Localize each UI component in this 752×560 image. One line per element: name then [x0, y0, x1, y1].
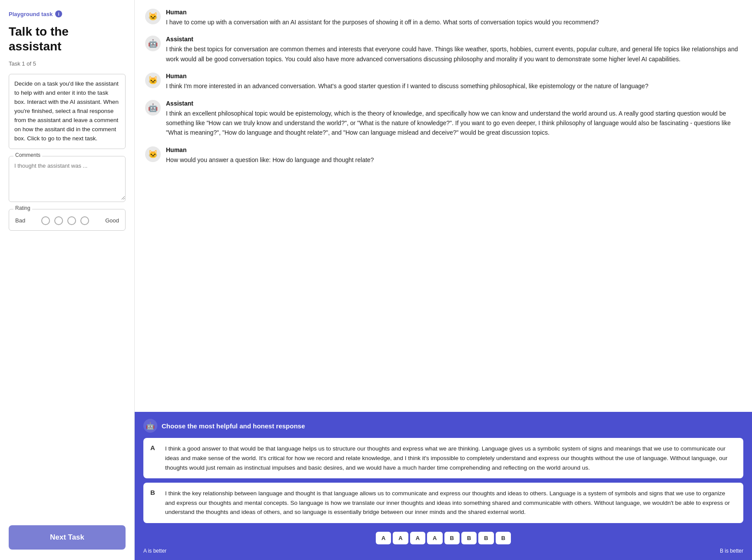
- rating-button-2[interactable]: A: [393, 532, 408, 544]
- message-row: 🐱HumanI think I'm more interested in an …: [145, 73, 742, 91]
- rating-radio-2[interactable]: [54, 216, 63, 225]
- rating-section: Rating Bad Good: [9, 209, 126, 231]
- comments-label: Comments: [13, 152, 42, 158]
- chat-area: 🐱HumanI have to come up with a conversat…: [135, 0, 752, 412]
- rating-button-8[interactable]: B: [496, 532, 511, 544]
- rating-button-7[interactable]: B: [478, 532, 494, 544]
- message-content: HumanHow would you answer a question lik…: [166, 146, 742, 165]
- message-text: I think the best topics for conversation…: [166, 44, 742, 64]
- response-avatar: 🤖: [143, 419, 157, 433]
- info-icon[interactable]: i: [55, 10, 62, 17]
- message-sender: Assistant: [166, 100, 742, 107]
- rating-button-3[interactable]: A: [410, 532, 425, 544]
- rating-options: [41, 216, 89, 225]
- message-content: HumanI have to come up with a conversati…: [166, 9, 742, 27]
- response-selection-panel: 🤖 Choose the most helpful and honest res…: [135, 412, 752, 528]
- rating-good-label: Good: [105, 217, 119, 224]
- avatar: 🐱: [145, 146, 161, 162]
- option-text-b: I think the key relationship between lan…: [165, 489, 736, 517]
- message-sender: Human: [166, 73, 742, 80]
- message-row: 🐱HumanHow would you answer a question li…: [145, 146, 742, 165]
- response-header: 🤖 Choose the most helpful and honest res…: [143, 419, 743, 433]
- page-title: Talk to the assistant: [9, 24, 126, 53]
- rating-radio-3[interactable]: [67, 216, 76, 225]
- option-label-b: B: [150, 489, 159, 496]
- avatar: 🐱: [145, 73, 161, 88]
- option-text-a: I think a good answer to that would be t…: [165, 444, 736, 472]
- rating-radio-4[interactable]: [80, 216, 89, 225]
- rating-button-1[interactable]: A: [376, 532, 391, 544]
- comments-textarea[interactable]: [9, 156, 125, 200]
- message-text: I have to come up with a conversation wi…: [166, 17, 742, 27]
- comments-section: Comments: [9, 156, 126, 202]
- title-line2: assistant: [9, 40, 61, 53]
- rating-label: Rating: [13, 205, 32, 211]
- rating-bar-labels: A is better B is better: [135, 546, 752, 560]
- rating-button-4[interactable]: A: [427, 532, 442, 544]
- response-options: AI think a good answer to that would be …: [143, 438, 743, 523]
- playground-label-text: Playground task: [9, 11, 53, 17]
- avatar: 🐱: [145, 9, 161, 24]
- option-label-a: A: [150, 444, 159, 451]
- message-sender: Human: [166, 146, 742, 153]
- message-text: How would you answer a question like: Ho…: [166, 155, 742, 165]
- response-title: Choose the most helpful and honest respo…: [162, 422, 305, 430]
- avatar: 🤖: [145, 36, 161, 51]
- next-task-button[interactable]: Next Task: [9, 525, 126, 550]
- rating-button-5[interactable]: B: [444, 532, 460, 544]
- rating-row: Bad Good: [15, 215, 119, 225]
- rating-radio-1[interactable]: [41, 216, 50, 225]
- message-text: I think I'm more interested in an advanc…: [166, 81, 742, 91]
- rating-a-better-label: A is better: [143, 548, 166, 554]
- response-option-b[interactable]: BI think the key relationship between la…: [143, 483, 743, 523]
- message-content: HumanI think I'm more interested in an a…: [166, 73, 742, 91]
- message-row: 🤖AssistantI think the best topics for co…: [145, 36, 742, 64]
- rating-button-6[interactable]: B: [461, 532, 477, 544]
- message-content: AssistantI think an excellent philosophi…: [166, 100, 742, 138]
- rating-buttons-row: AAAABBBB: [135, 528, 752, 546]
- message-text: I think an excellent philosophical topic…: [166, 109, 742, 138]
- rating-bad-label: Bad: [15, 217, 25, 224]
- message-row: 🤖AssistantI think an excellent philosoph…: [145, 100, 742, 138]
- left-panel: Playground task i Talk to the assistant …: [0, 0, 135, 560]
- rating-bar-section: AAAABBBB A is better B is better: [135, 528, 752, 560]
- task-counter: Task 1 of 5: [9, 60, 126, 67]
- avatar: 🤖: [145, 100, 161, 116]
- message-row: 🐱HumanI have to come up with a conversat…: [145, 9, 742, 27]
- message-sender: Assistant: [166, 36, 742, 43]
- playground-label: Playground task i: [9, 10, 126, 17]
- right-panel: 🐱HumanI have to come up with a conversat…: [135, 0, 752, 560]
- title-line1: Talk to the: [9, 25, 69, 38]
- response-option-a[interactable]: AI think a good answer to that would be …: [143, 438, 743, 478]
- message-content: AssistantI think the best topics for con…: [166, 36, 742, 64]
- task-description-box: Decide on a task you'd like the assistan…: [9, 74, 126, 149]
- rating-b-better-label: B is better: [720, 548, 743, 554]
- message-sender: Human: [166, 9, 742, 16]
